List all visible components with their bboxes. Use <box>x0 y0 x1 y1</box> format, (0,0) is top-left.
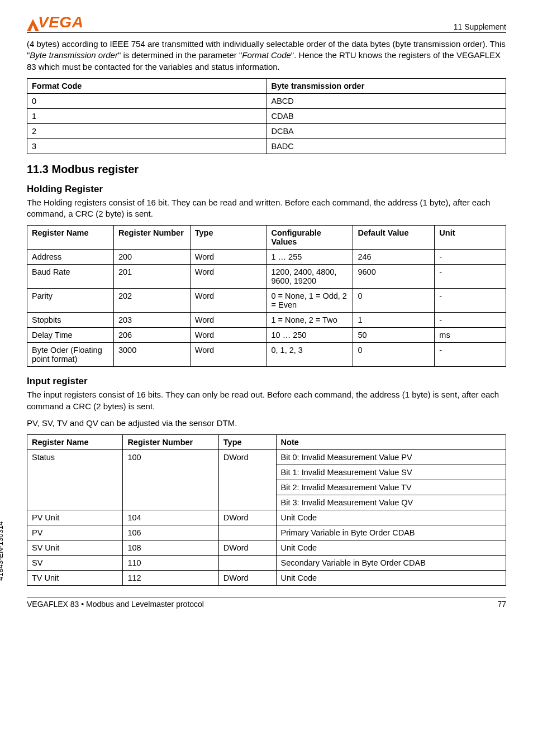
cell: 108 <box>123 540 218 556</box>
cell: Address <box>27 250 114 265</box>
th-byte-order: Byte transmission order <box>266 78 506 93</box>
input-register-title: Input register <box>27 376 506 387</box>
holding-register-title: Holding Register <box>27 184 506 195</box>
th: Register Name <box>27 435 123 450</box>
cell: 1 = None, 2 = Two <box>266 313 353 328</box>
cell: 1200, 2400, 4800, 9600, 19200 <box>266 265 353 289</box>
format-code-table: Format Code Byte transmission order 0ABC… <box>27 78 506 154</box>
table-row: 3BADC <box>27 138 506 154</box>
cell: Baud Rate <box>27 265 114 289</box>
cell: - <box>435 343 506 367</box>
cell: Word <box>190 250 266 265</box>
cell: Stopbits <box>27 313 114 328</box>
page-header: VEGA 11 Supplement <box>27 13 506 33</box>
logo-label: VEGA <box>38 13 83 31</box>
cell: 9600 <box>353 265 435 289</box>
th: Register Num­ber <box>113 226 190 250</box>
holding-desc: The Holding registers consist of 16 bit.… <box>27 197 506 220</box>
cell: Word <box>190 289 266 313</box>
cell: 202 <box>113 289 190 313</box>
cell: Secondary Variable in Byte Order CDAB <box>276 556 506 571</box>
cell: 110 <box>123 556 218 571</box>
intro-em-2: Format Code <box>242 50 291 60</box>
cell: 246 <box>353 250 435 265</box>
cell: Unit Code <box>276 510 506 525</box>
th: Unit <box>435 226 506 250</box>
cell: 10 … 250 <box>266 328 353 343</box>
cell: DWord <box>218 571 276 586</box>
table-row: PV106Primary Variable in Byte Order CDAB <box>27 525 506 540</box>
cell: 3000 <box>113 343 190 367</box>
footer-left: VEGAFLEX 83 • Modbus and Levelmaster pro… <box>27 600 204 609</box>
input-register-table: Register Name Register Number Type Note … <box>27 434 506 586</box>
cell: Status <box>27 450 123 510</box>
th: Configurable Values <box>266 226 353 250</box>
cell: 100 <box>123 450 218 510</box>
table-row: TV Unit112DWordUnit Code <box>27 571 506 586</box>
cell: Parity <box>27 289 114 313</box>
cell: Bit 3: Invalid Measurement Value QV <box>276 495 506 510</box>
cell: Word <box>190 313 266 328</box>
cell: - <box>435 250 506 265</box>
cell: 2 <box>27 123 267 138</box>
cell: 0, 1, 2, 3 <box>266 343 353 367</box>
cell: - <box>435 313 506 328</box>
cell: DWord <box>218 450 276 510</box>
table-row: 2DCBA <box>27 123 506 138</box>
cell: 104 <box>123 510 218 525</box>
cell: SV Unit <box>27 540 123 556</box>
cell: Word <box>190 343 266 367</box>
cell: Unit Code <box>276 540 506 556</box>
page-footer: VEGAFLEX 83 • Modbus and Levelmaster pro… <box>27 597 506 609</box>
cell: 0 <box>27 93 267 108</box>
cell: ABCD <box>266 93 506 108</box>
cell: PV <box>27 525 123 540</box>
th: Type <box>218 435 276 450</box>
table-row: Byte Oder (Float­ing point format)3000Wo… <box>27 343 506 367</box>
logo-mark-icon <box>27 17 37 27</box>
th: Type <box>190 226 266 250</box>
cell: Delay Time <box>27 328 114 343</box>
table-row: Format Code Byte transmission order <box>27 78 506 93</box>
cell: Unit Code <box>276 571 506 586</box>
cell: ms <box>435 328 506 343</box>
cell: 112 <box>123 571 218 586</box>
table-row: Stopbits203Word1 = None, 2 = Two1- <box>27 313 506 328</box>
cell: DWord <box>218 510 276 525</box>
th: Note <box>276 435 506 450</box>
cell: 3 <box>27 138 267 154</box>
cell: BADC <box>266 138 506 154</box>
cell: Byte Oder (Float­ing point format) <box>27 343 114 367</box>
cell: SV <box>27 556 123 571</box>
table-row: 1CDAB <box>27 108 506 123</box>
cell: 201 <box>113 265 190 289</box>
intro-em-1: Byte transmission order <box>30 50 118 60</box>
cell: 0 <box>353 343 435 367</box>
document-id: 41843-EN-130314 <box>0 521 4 581</box>
svg-marker-0 <box>27 19 39 31</box>
cell: Bit 2: Invalid Measurement Value TV <box>276 480 506 495</box>
table-row: Parity202Word0 = None, 1 = Odd, 2 = Even… <box>27 289 506 313</box>
cell: - <box>435 289 506 313</box>
intro-text-2: " is determined in the parameter " <box>118 50 242 60</box>
cell: Word <box>190 328 266 343</box>
cell: PV Unit <box>27 510 123 525</box>
cell: 1 … 255 <box>266 250 353 265</box>
cell: DCBA <box>266 123 506 138</box>
cell: 1 <box>27 108 267 123</box>
table-row: PV Unit104DWordUnit Code <box>27 510 506 525</box>
intro-paragraph: (4 bytes) according to IEEE 754 are tran… <box>27 39 506 73</box>
cell: 206 <box>113 328 190 343</box>
table-row: Address200Word1 … 255246- <box>27 250 506 265</box>
logo-text: VEGA <box>27 13 83 31</box>
cell: 0 <box>353 289 435 313</box>
cell <box>218 525 276 540</box>
cell: Word <box>190 265 266 289</box>
cell: Bit 1: Invalid Measurement Value SV <box>276 465 506 480</box>
cell: 50 <box>353 328 435 343</box>
input-desc2: PV, SV, TV and QV can be adjusted via th… <box>27 418 506 429</box>
cell <box>218 556 276 571</box>
input-desc: The input registers consist of 16 bits. … <box>27 389 506 412</box>
cell: 106 <box>123 525 218 540</box>
table-row: SV110Secondary Variable in Byte Order CD… <box>27 556 506 571</box>
